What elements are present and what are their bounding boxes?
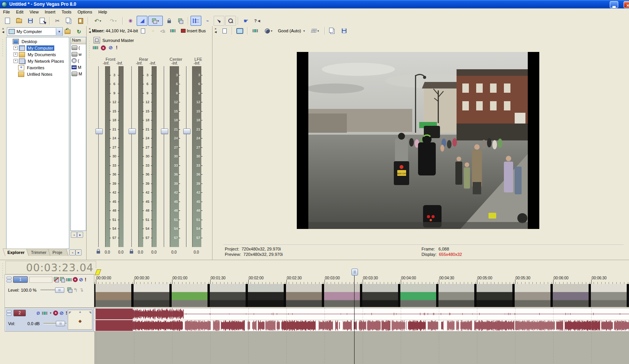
minimize-button[interactable]: ▃: [610, 1, 618, 8]
menu-file[interactable]: File: [0, 9, 13, 15]
normal-edit-tool-button[interactable]: [191, 16, 201, 26]
zoom-edit-tool-button[interactable]: [225, 16, 236, 26]
folder-tree[interactable]: Desktop+My Computer+My Documents+My Netw…: [6, 37, 69, 249]
up-one-level-button[interactable]: [62, 27, 73, 37]
menu-insert[interactable]: Insert: [42, 9, 59, 15]
list-item[interactable]: w: [71, 51, 86, 57]
playhead-line[interactable]: [354, 276, 355, 364]
list-item[interactable]: WDM: [71, 64, 86, 70]
video-event-thumb[interactable]: [437, 284, 475, 307]
ruler-label[interactable]: 00:06:00: [554, 276, 569, 280]
explorer-close-icon[interactable]: ×◄: [1, 27, 5, 33]
video-output-fx-button[interactable]: [250, 26, 261, 36]
bus-fx-plugin-icon[interactable]: [93, 46, 98, 49]
cut-button[interactable]: ✂: [52, 16, 63, 26]
video-event-thumb[interactable]: [514, 284, 552, 307]
project-marker-icon[interactable]: [95, 269, 101, 275]
video-mute-icon[interactable]: ⊘: [79, 277, 83, 282]
invert-phase-icon[interactable]: Ø: [37, 311, 40, 316]
list-item[interactable]: (: [71, 57, 86, 64]
audio-track-header[interactable]: 2 Ø ▾ ⊘ ! Vol: 0.0 dB ◤ ▲ ◥ ◆: [5, 308, 94, 332]
tree-item-my-network-places[interactable]: +My Network Places: [7, 58, 69, 64]
tree-item-desktop[interactable]: Desktop: [7, 38, 69, 45]
preview-close-icon[interactable]: ×◄: [213, 27, 218, 33]
preview-pin-icon[interactable]: ◄: [214, 30, 217, 33]
video-event-thumb[interactable]: [590, 284, 628, 307]
audio-track-number-badge[interactable]: 2: [13, 310, 26, 316]
master-fx-button[interactable]: [168, 27, 177, 35]
audio-track-events[interactable]: [94, 308, 629, 332]
multicamera-icon[interactable]: [67, 287, 72, 292]
list-item[interactable]: (: [71, 44, 86, 51]
fader-track[interactable]: [131, 66, 132, 247]
quality-dropdown-icon[interactable]: ▾: [303, 29, 305, 33]
ruler-label[interactable]: 00:03:30: [363, 276, 378, 280]
tree-item-my-computer[interactable]: +My Computer: [7, 45, 69, 51]
video-event-thumb[interactable]: [94, 284, 132, 307]
track-height-buttons[interactable]: [7, 277, 12, 282]
video-event-thumb[interactable]: [132, 284, 171, 307]
undo-dropdown-icon[interactable]: ▾: [100, 19, 101, 23]
audio-solo-icon[interactable]: !: [65, 311, 67, 316]
audio-track-height-buttons[interactable]: [7, 310, 12, 316]
tabs-scroll-right-button[interactable]: ▸: [75, 249, 82, 255]
envelope-edit-tool-button[interactable]: ⌁: [202, 16, 213, 26]
audio-waveform-channel-1[interactable]: [94, 309, 629, 319]
refresh-button[interactable]: ↻: [74, 27, 84, 37]
video-track-header[interactable]: 1 ⊘ ! Level: 100.0 % ↰ ↴: [5, 274, 94, 308]
tree-item-unfiled-notes[interactable]: Unfiled Notes: [7, 71, 69, 77]
tree-item-favorites[interactable]: ✳Favorites: [7, 64, 69, 71]
tree-expander-icon[interactable]: +: [13, 59, 18, 63]
video-solo-icon[interactable]: !: [85, 277, 86, 282]
video-event-thumb[interactable]: [399, 284, 437, 307]
fader-handle[interactable]: [129, 129, 136, 134]
save-button[interactable]: [25, 16, 36, 26]
bypass-motion-blur-icon[interactable]: [54, 277, 59, 282]
copy-snapshot-button[interactable]: [327, 26, 338, 36]
fader-lock-icon[interactable]: [97, 251, 100, 254]
project-properties-button[interactable]: [37, 16, 47, 26]
explorer-pin-icon[interactable]: ◄: [2, 30, 5, 33]
ripple-dropdown-icon[interactable]: ▾: [157, 19, 159, 23]
pan-point-icon[interactable]: ◆: [79, 318, 82, 323]
new-project-button[interactable]: [2, 16, 13, 26]
track-motion-icon[interactable]: [60, 277, 65, 282]
time-ruler[interactable]: 00:00:0000:00:3000:01:0000:01:3000:02:00…: [94, 276, 629, 284]
ruler-label[interactable]: 00:02:00: [249, 276, 264, 280]
overlays-button[interactable]: ▾: [308, 26, 323, 36]
explorer-drag-grip[interactable]: [2, 38, 4, 56]
save-snapshot-button[interactable]: [339, 26, 350, 36]
downmix-output-button[interactable]: ⁘: [148, 27, 157, 35]
ruler-label[interactable]: 00:04:30: [439, 276, 454, 280]
video-event-thumb[interactable]: [209, 284, 247, 307]
ruler-label[interactable]: 00:06:30: [592, 276, 607, 280]
audio-waveform-channel-2[interactable]: [94, 320, 629, 331]
ruler-label[interactable]: 00:00:00: [96, 276, 111, 280]
enable-snapping-button[interactable]: ✳: [125, 16, 136, 26]
fader-track[interactable]: [98, 66, 99, 247]
video-track-events[interactable]: [94, 284, 629, 307]
fader-handle[interactable]: [95, 129, 103, 134]
make-compositing-child-icon[interactable]: ↴: [79, 287, 84, 293]
tree-expander-icon[interactable]: +: [13, 46, 18, 50]
bus-automation-gear-icon[interactable]: [101, 46, 105, 50]
preview-properties-button[interactable]: [219, 26, 230, 36]
video-event-thumb[interactable]: [171, 284, 209, 307]
paste-button[interactable]: [75, 16, 86, 26]
ruler-label[interactable]: 00:04:00: [401, 276, 416, 280]
video-event-thumb[interactable]: [247, 284, 285, 307]
ruler-label[interactable]: 00:01:30: [211, 276, 226, 280]
redo-dropdown-icon[interactable]: ▾: [115, 19, 117, 23]
copy-button[interactable]: [64, 16, 74, 26]
menu-edit[interactable]: Edit: [13, 9, 27, 15]
overlays-dropdown-icon[interactable]: ▾: [317, 29, 319, 33]
bus-mute-icon[interactable]: ⊘: [109, 45, 113, 50]
undo-button[interactable]: ↶▾: [90, 16, 105, 26]
playhead-handle[interactable]: [351, 269, 358, 276]
ruler-label[interactable]: 00:05:00: [477, 276, 492, 280]
vol-slider[interactable]: [43, 323, 67, 324]
mixer-pin-icon[interactable]: ◄: [88, 30, 92, 33]
timecode-display[interactable]: 00:03:23.04: [5, 261, 96, 274]
list-scroll-left-button[interactable]: ◂: [71, 232, 77, 238]
fader-handle[interactable]: [183, 129, 191, 134]
